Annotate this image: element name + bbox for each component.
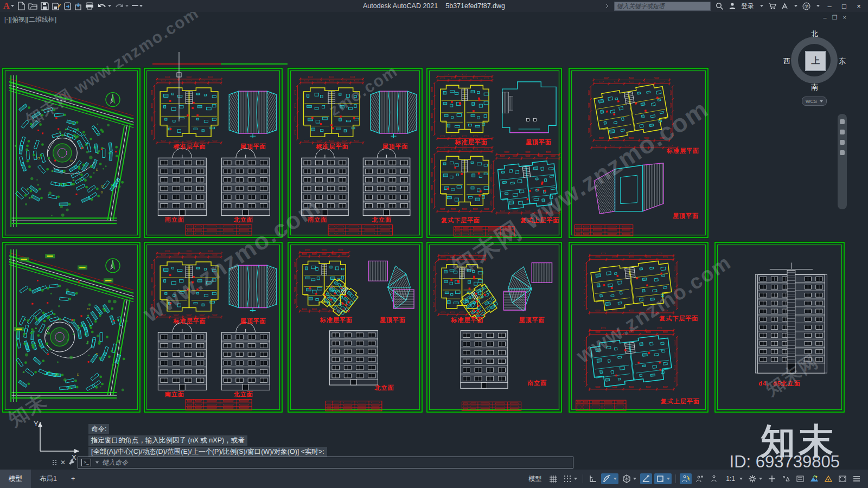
grid-display-icon[interactable] [547,473,559,484]
undo-icon[interactable] [97,1,111,11]
viewcube-north[interactable]: 北 [811,29,818,39]
svg-text:北立面: 北立面 [372,216,392,223]
help-caret-icon[interactable] [816,5,820,7]
hardware-acceleration-icon[interactable] [808,473,820,484]
close-button[interactable]: × [854,2,864,10]
search-expand-arrow[interactable] [605,3,609,9]
drawing-panel-unit-e-sheet[interactable]: 标准层平面屋顶平面南立面北立面 [144,242,299,412]
app-title: Autodesk AutoCAD 2021 [363,2,438,10]
status-toggles: 模型1:1 [525,472,868,486]
command-history: 命令:指定窗口的角点，输入比例因子 (nX 或 nXP)，或者[全部(A)/中心… [88,424,327,458]
doc-minimize-button[interactable]: – [824,14,827,21]
polar-tracking-icon[interactable] [601,473,618,484]
drawing-panel-site-plan-1[interactable] [3,68,140,237]
viewport-controls: [-][俯视][二维线框] [4,15,56,24]
command-close-icon[interactable]: ✕ [60,459,66,466]
nav-pan-icon[interactable] [840,119,845,124]
nav-zoom-icon[interactable] [840,130,845,134]
isolate-objects-icon[interactable] [822,473,834,484]
drawing-panel-tower-elevation-sheet[interactable]: d4、d5北立面 [715,242,844,412]
status-separator [583,474,583,483]
annotation-scale-icon-icon[interactable] [708,473,720,484]
doc-restore-button[interactable]: ❐ [832,14,838,21]
command-customize-wrench-icon[interactable] [68,458,75,467]
save-as-icon[interactable] [52,1,61,11]
viewcube-top-face[interactable]: 上 [805,51,826,71]
maximize-button[interactable]: □ [839,2,849,10]
doc-close-button[interactable]: × [843,14,846,21]
app-store-cart-icon[interactable] [768,2,776,10]
drawing-panel-unit-c-sheet[interactable]: 标准层平面屋顶平面复式下层平面复式上层平面 [427,68,561,237]
svg-text:屋顶平面: 屋顶平面 [379,317,406,323]
visual-style-control-button[interactable]: [二维线框] [27,16,56,23]
autodesk-app-caret-icon[interactable] [794,5,797,7]
autocad-window: A Autodesk AutoCAD 2021 5b371efed7f87.dw… [0,0,868,488]
command-line-dock: ✕ >_ 键入命令 [53,457,573,468]
viewport-menu-button[interactable]: [-] [4,16,10,23]
annotation-visibility-icon[interactable] [680,473,692,484]
tab-模型[interactable]: 模型 [0,470,31,488]
new-layout-button[interactable]: + [66,470,80,488]
nav-steering-icon[interactable] [840,150,845,155]
command-recent-caret-icon[interactable] [95,461,99,464]
command-history-line: 指定窗口的角点，输入比例因子 (nX 或 nXP)，或者 [88,435,247,446]
model-space-toggle[interactable]: 模型 [525,472,545,486]
tab-布局1[interactable]: 布局1 [31,470,66,488]
clean-screen-icon[interactable] [837,473,848,484]
help-icon[interactable]: ? [802,2,810,10]
customize-icon[interactable] [851,474,863,484]
svg-text:复式下层平面: 复式下层平面 [659,315,698,322]
navigation-bar[interactable] [838,114,847,209]
minimize-button[interactable]: – [825,2,834,10]
status-bar: 模型布局1+ 模型1:1 [0,470,868,488]
autodesk-app-icon[interactable] [781,3,788,10]
search-icon[interactable] [716,2,724,10]
annotation-autoscale-icon[interactable] [694,473,706,484]
new-file-icon[interactable] [17,1,25,11]
object-snap-icon[interactable] [654,473,672,484]
annotation-monitor-icon[interactable] [766,473,778,484]
workspace-switching-icon[interactable] [746,473,764,484]
drawing-panel-unit-a-sheet[interactable]: 标准层平面屋顶平面南立面北立面 [144,68,299,237]
units-icon[interactable] [780,473,792,484]
isometric-drafting-icon[interactable] [621,473,638,484]
save-icon[interactable] [41,1,49,11]
redo-icon[interactable] [114,1,129,11]
drawing-panel-unit-g-sheet[interactable]: 标准层平面屋顶平面南立面 [427,242,561,412]
svg-text:标准层平面: 标准层平面 [450,317,483,323]
drawing-panel-unit-b-sheet[interactable]: 标准层平面屋顶平面南立面北立面 [288,68,440,237]
quick-properties-icon[interactable] [794,473,806,484]
acad-logo-icon[interactable]: A [3,1,14,11]
model-space-canvas[interactable]: 标准层平面屋顶平面南立面北立面标准层平面屋顶平面南立面北立面标准层平面屋顶平面复… [0,12,868,470]
open-web-icon[interactable] [64,1,71,11]
nav-orbit-icon[interactable] [840,140,845,145]
command-input[interactable]: >_ 键入命令 [78,457,573,468]
viewcube[interactable]: 北 南 西 东 上 [788,31,842,89]
save-web-icon[interactable] [74,1,82,11]
drawing-panel-unit-d-sheet[interactable]: 标准层平面屋顶平面 [569,68,708,237]
snap-mode-icon[interactable] [561,473,579,484]
annotation-scale[interactable]: 1:1 [722,473,744,485]
svg-text:北立面: 北立面 [233,216,253,223]
open-file-icon[interactable] [28,1,37,11]
svg-text:屋顶平面: 屋顶平面 [240,318,266,324]
plot-icon[interactable] [85,1,94,11]
drawing-panel-unit-f-sheet[interactable]: 标准层平面屋顶平面北立面 [288,242,422,412]
ortho-mode-icon[interactable] [587,473,599,484]
viewcube-east[interactable]: 东 [839,56,846,66]
drawing-panel-site-plan-2[interactable] [3,242,140,412]
object-snap-tracking-icon[interactable] [640,473,652,484]
wcs-dropdown[interactable]: WCS [802,97,827,106]
command-drag-handle-icon[interactable] [53,460,57,465]
sign-in-button[interactable]: 登录 [741,2,754,11]
drawing-panel-unit-h-sheet[interactable]: 复式下层平面复式上层平面 [569,242,708,412]
search-input[interactable] [614,2,711,11]
svg-text:屋顶平面: 屋顶平面 [525,139,552,145]
sign-in-caret-icon[interactable] [760,5,763,7]
viewcube-south[interactable]: 南 [811,82,818,92]
wcs-caret-icon [820,100,823,102]
viewcube-west[interactable]: 西 [783,56,790,66]
user-icon[interactable] [729,2,736,10]
view-control-button[interactable]: [俯视] [10,16,27,23]
qat-customize-icon[interactable] [132,1,143,11]
